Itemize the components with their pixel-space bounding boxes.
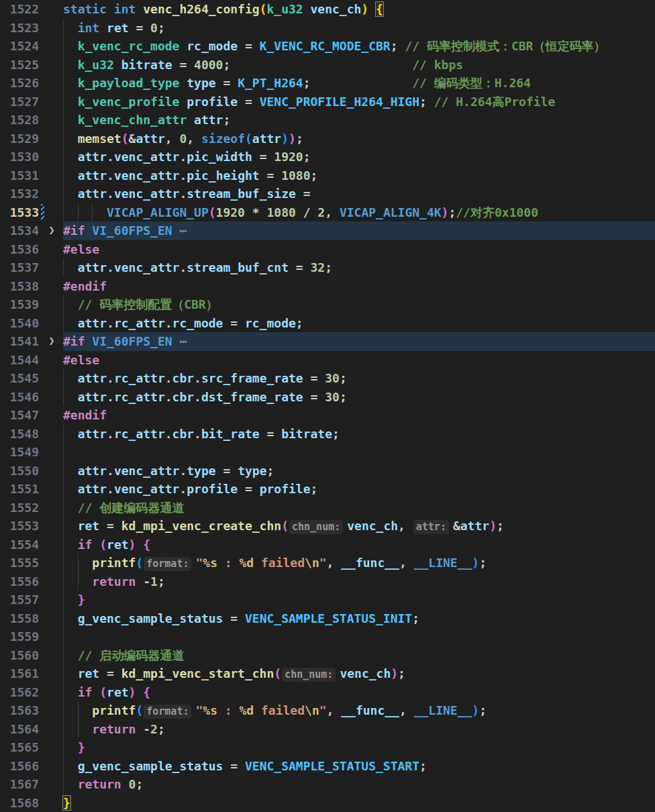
code-content[interactable]: g_venc_sample_status = VENC_SAMPLE_STATU… [63,609,655,628]
gutter[interactable]: 1531 [0,166,63,185]
line-number[interactable]: 1533 [0,203,39,222]
code-line-1548[interactable]: 1548 attr.rc_attr.cbr.bit_rate = bitrate… [0,425,655,444]
gutter[interactable]: 1559 [0,627,63,646]
gutter[interactable]: 1549 [0,443,63,462]
line-number[interactable]: 1531 [0,166,39,185]
code-content[interactable]: return 0; [63,775,655,794]
line-number[interactable]: 1558 [0,609,39,628]
code-content[interactable]: if (ret) { [63,536,655,554]
gutter[interactable]: 1555 [0,554,63,572]
code-content[interactable]: if (ret) { [63,683,655,702]
code-line-1563[interactable]: 1563 printf(format:"%s : %d failed\n", _… [0,701,655,720]
code-line-1564[interactable]: 1564 return -2; [0,720,655,739]
line-number[interactable]: 1556 [0,572,39,591]
line-number[interactable]: 1552 [0,499,39,517]
gutter[interactable]: 1533 [0,203,63,222]
code-content[interactable]: // 创建编码器通道 [63,499,655,517]
line-number[interactable]: 1551 [0,480,39,499]
code-content[interactable]: int ret = 0; [63,19,655,38]
code-line-1536[interactable]: 1536#else [0,240,655,259]
line-number[interactable]: 1522 [0,0,39,19]
code-content[interactable]: attr.rc_attr.cbr.bit_rate = bitrate; [63,425,655,444]
line-number[interactable]: 1528 [0,111,39,130]
code-content[interactable]: attr.venc_attr.profile = profile; [63,480,655,499]
gutter[interactable]: 1540 [0,314,63,333]
code-line-1541[interactable]: 1541❯#if VI_60FPS_EN ⋯ [0,332,655,351]
code-content[interactable]: attr.venc_attr.pic_height = 1080; [63,166,655,185]
gutter[interactable]: 1528 [0,111,63,130]
code-line-1565[interactable]: 1565 } [0,738,655,757]
code-line-1534[interactable]: 1534❯#if VI_60FPS_EN ⋯ [0,221,655,240]
gutter[interactable]: 1562 [0,683,63,702]
code-content[interactable]: ret = kd_mpi_venc_start_chn(chn_num:venc… [63,664,655,683]
code-line-1559[interactable]: 1559 [0,627,655,646]
code-line-1566[interactable]: 1566 g_venc_sample_status = VENC_SAMPLE_… [0,757,655,776]
code-content[interactable] [63,443,655,462]
gutter[interactable]: 1522 [0,0,63,19]
code-content[interactable]: attr.venc_attr.pic_width = 1920; [63,148,655,166]
gutter[interactable]: 1546 [0,388,63,407]
code-content[interactable]: attr.venc_attr.stream_buf_cnt = 32; [63,258,655,277]
gutter[interactable]: 1565 [0,738,63,757]
gutter[interactable]: 1539 [0,295,63,314]
code-line-1562[interactable]: 1562 if (ret) { [0,683,655,702]
code-line-1557[interactable]: 1557 } [0,591,655,609]
code-line-1546[interactable]: 1546 attr.rc_attr.cbr.dst_frame_rate = 3… [0,388,655,407]
gutter[interactable]: 1558 [0,609,63,628]
code-content[interactable]: // 码率控制配置（CBR） [63,295,655,314]
gutter[interactable]: 1544 [0,351,63,370]
gutter[interactable]: 1564 [0,720,63,739]
gutter[interactable]: 1553 [0,517,63,536]
code-content[interactable]: attr.rc_attr.cbr.dst_frame_rate = 30; [63,388,655,407]
code-line-1551[interactable]: 1551 attr.venc_attr.profile = profile; [0,480,655,499]
line-number[interactable]: 1565 [0,738,39,757]
code-content[interactable]: static int venc_h264_config(k_u32 venc_c… [63,0,655,19]
code-line-1558[interactable]: 1558 g_venc_sample_status = VENC_SAMPLE_… [0,609,655,628]
gutter[interactable]: 1568 [0,794,63,812]
code-line-1523[interactable]: 1523 int ret = 0; [0,19,655,38]
gutter[interactable]: 1532 [0,185,63,203]
line-number[interactable]: 1526 [0,74,39,93]
code-line-1547[interactable]: 1547#endif [0,406,655,425]
gutter[interactable]: 1524 [0,37,63,56]
gutter[interactable]: 1566 [0,757,63,776]
code-content[interactable]: k_venc_chn_attr attr; [63,111,655,130]
line-number[interactable]: 1547 [0,406,39,425]
gutter[interactable]: 1536 [0,240,63,259]
gutter[interactable]: 1556 [0,572,63,591]
code-line-1531[interactable]: 1531 attr.venc_attr.pic_height = 1080; [0,166,655,185]
code-content[interactable]: } [63,591,655,609]
code-content[interactable]: } [63,738,655,757]
gutter[interactable]: 1548 [0,425,63,444]
line-number[interactable]: 1562 [0,683,39,702]
code-content[interactable]: k_payload_type type = K_PT_H264; // 编码类型… [63,74,655,93]
code-line-1528[interactable]: 1528 k_venc_chn_attr attr; [0,111,655,130]
line-number[interactable]: 1532 [0,185,39,203]
code-line-1529[interactable]: 1529 memset(&attr, 0, sizeof(attr)); [0,130,655,148]
line-number[interactable]: 1541 [0,332,39,351]
code-line-1552[interactable]: 1552 // 创建编码器通道 [0,499,655,517]
code-content[interactable]: attr.rc_attr.cbr.src_frame_rate = 30; [63,369,655,388]
code-line-1526[interactable]: 1526 k_payload_type type = K_PT_H264; //… [0,74,655,93]
code-line-1533[interactable]: 1533 VICAP_ALIGN_UP(1920 * 1080 / 2, VIC… [0,203,655,222]
line-number[interactable]: 1566 [0,757,39,776]
line-number[interactable]: 1530 [0,148,39,166]
fold-chevron-icon[interactable]: ❯ [43,332,60,351]
code-line-1532[interactable]: 1532 attr.venc_attr.stream_buf_size = [0,185,655,203]
line-number[interactable]: 1544 [0,351,39,370]
code-content[interactable]: k_venc_profile profile = VENC_PROFILE_H2… [63,93,655,111]
code-line-1525[interactable]: 1525 k_u32 bitrate = 4000; // kbps [0,56,655,74]
code-line-1540[interactable]: 1540 attr.rc_attr.rc_mode = rc_mode; [0,314,655,333]
code-editor[interactable]: 1522static int venc_h264_config(k_u32 ve… [0,0,655,812]
line-number[interactable]: 1555 [0,554,39,572]
gutter[interactable]: 1541❯ [0,332,63,351]
gutter[interactable]: 1560 [0,646,63,665]
gutter[interactable]: 1530 [0,148,63,166]
code-line-1549[interactable]: 1549 [0,443,655,462]
line-number[interactable]: 1538 [0,277,39,296]
line-number[interactable]: 1546 [0,388,39,407]
code-line-1538[interactable]: 1538#endif [0,277,655,296]
code-line-1527[interactable]: 1527 k_venc_profile profile = VENC_PROFI… [0,93,655,111]
line-number[interactable]: 1561 [0,664,39,683]
code-content[interactable]: // 启动编码器通道 [63,646,655,665]
